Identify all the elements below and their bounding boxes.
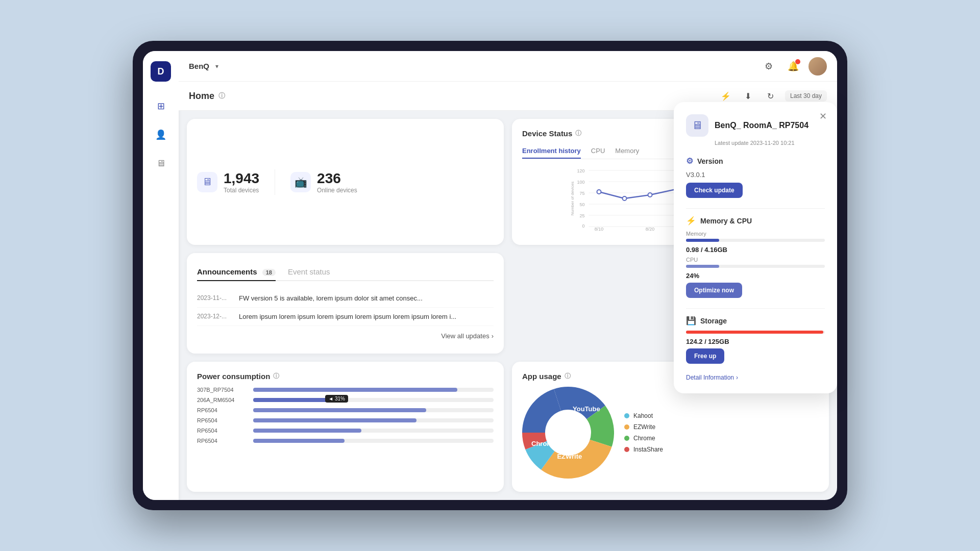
power-row-1: 307B_RP7504: [197, 387, 494, 393]
announcement-item-1: 2023-11-... FW version 5 is available, l…: [197, 289, 494, 308]
optimize-button[interactable]: Optimize now: [686, 283, 742, 298]
legend-dot-chrome: [624, 436, 629, 441]
legend-item-ezwrite: EZWrite: [624, 423, 663, 431]
chevron-right-icon: ›: [492, 332, 494, 340]
memory-value: 0.98 / 4.16GB: [686, 246, 825, 254]
power-info-icon: ⓘ: [273, 372, 279, 381]
power-pct-badge: ◄ 31%: [325, 395, 348, 403]
power-bar-fill-1: [253, 388, 457, 392]
topbar: BenQ ▾ ⚙ 🔔: [179, 51, 837, 82]
free-up-button[interactable]: Free up: [686, 348, 724, 364]
panel-close-button[interactable]: ✕: [817, 110, 829, 122]
divider-2: [686, 308, 825, 309]
power-row-5: RP6504: [197, 428, 494, 434]
sidebar-logo: D: [151, 61, 171, 82]
power-consumption-card: Power consumption ⓘ 307B_RP7504 206A_RM: [187, 362, 504, 492]
power-row-3: RP6504: [197, 407, 494, 413]
online-devices-stat: 📺 236 Online devices: [290, 170, 357, 194]
notifications-icon[interactable]: 🔔: [784, 57, 802, 76]
power-bar-fill-3: [253, 408, 426, 412]
version-icon: ⚙: [686, 156, 693, 166]
storage-section: 💾 Storage 124.2 / 125GB Free up: [686, 316, 825, 364]
storage-bar-bg: [686, 331, 825, 334]
announcement-item-2: 2023-12-... Lorem ipsum lorem ipsum lore…: [197, 308, 494, 326]
ann-date-2: 2023-12-...: [197, 313, 233, 320]
sidebar-item-devices[interactable]: 🖥: [152, 154, 170, 172]
svg-text:120: 120: [577, 168, 584, 173]
power-label-4: RP6504: [197, 417, 248, 423]
svg-text:25: 25: [579, 213, 584, 218]
sidebar: D ⊞ 👤 🖥: [143, 51, 179, 500]
total-devices-icon: 🖥: [197, 172, 217, 192]
pie-labels: Chrome YouTube EZWrite: [522, 387, 614, 479]
sidebar-item-users[interactable]: 👤: [152, 126, 170, 144]
online-devices-icon: 📺: [290, 172, 311, 192]
memory-cpu-title: ⚡ Memory & CPU: [686, 216, 825, 226]
stats-card: 🖥 1,943 Total devices 📺 236 Online d: [187, 119, 504, 245]
power-bar-bg-5: [253, 429, 494, 433]
pie-label-ezwrite: EZWrite: [557, 453, 582, 460]
announcements-badge: 18: [262, 269, 276, 276]
storage-bar-fill: [686, 331, 823, 334]
page-title: Home ⓘ: [189, 91, 225, 102]
memory-cpu-section: ⚡ Memory & CPU Memory 0.98 / 4.16GB CPU …: [686, 216, 825, 298]
svg-point-15: [648, 193, 652, 197]
stat-divider: [275, 169, 275, 195]
memory-label: Memory: [686, 231, 825, 237]
power-row-2: 206A_RM6504 ◄ 31%: [197, 397, 494, 403]
legend-item-instashare: InstaShare: [624, 446, 663, 453]
version-section-title: ⚙ Version: [686, 156, 825, 166]
panel-device-icon: 🖥: [686, 114, 708, 137]
tab-enrollment-history[interactable]: Enrollment history: [522, 144, 581, 159]
users-icon: 👤: [155, 129, 166, 140]
power-bar-fill-6: [253, 439, 345, 443]
memory-bar-fill: [686, 239, 719, 242]
view-all-updates[interactable]: View all updates ›: [197, 332, 494, 340]
power-bar-fill-5: [253, 429, 361, 433]
avatar[interactable]: [808, 57, 827, 76]
power-consumption-title: Power consumption ⓘ: [197, 372, 494, 381]
announcements-tabs: Announcements 18 Event status: [197, 263, 494, 281]
sidebar-item-dashboard[interactable]: ⊞: [152, 97, 170, 115]
check-update-button[interactable]: Check update: [686, 183, 743, 198]
pie-label-youtube: YouTube: [573, 405, 600, 413]
legend-item-kahoot: Kahoot: [624, 412, 663, 419]
panel-device-name: BenQ_ RoomA_ RP7504: [715, 121, 808, 130]
online-devices-label: Online devices: [317, 187, 357, 194]
date-range-badge: Last 30 day: [785, 90, 827, 102]
cpu-bar-fill: [686, 265, 719, 268]
version-value: V3.0.1: [686, 171, 825, 179]
power-bar-bg-3: [253, 408, 494, 412]
device-panel: ✕ 🖥 BenQ_ RoomA_ RP7504 Latest update 20…: [674, 102, 837, 393]
version-section: ⚙ Version V3.0.1 Check update: [686, 156, 825, 198]
total-devices-value: 1,943: [224, 170, 259, 187]
org-name: BenQ: [189, 62, 209, 70]
org-dropdown-icon[interactable]: ▾: [215, 63, 218, 70]
power-bar-bg-4: [253, 418, 494, 422]
tab-cpu[interactable]: CPU: [591, 144, 605, 159]
total-devices-stat: 🖥 1,943 Total devices: [197, 170, 259, 194]
chevron-right-icon: ›: [736, 374, 738, 381]
power-label-6: RP6504: [197, 438, 248, 444]
storage-icon: 💾: [686, 316, 696, 325]
page-info-icon: ⓘ: [218, 91, 225, 101]
legend-dot-ezwrite: [624, 424, 629, 430]
ann-text-2: Lorem ipsum lorem ipsum lorem ipsum lore…: [239, 313, 456, 320]
power-bar-bg-2: ◄ 31%: [253, 398, 494, 402]
power-row-6: RP6504: [197, 438, 494, 444]
settings-icon[interactable]: ⚙: [760, 57, 778, 76]
tab-announcements[interactable]: Announcements 18: [197, 263, 276, 281]
pie-chart: Chrome YouTube EZWrite: [522, 387, 614, 479]
app-usage-legend: Kahoot EZWrite Chrome: [624, 412, 663, 453]
divider-1: [686, 208, 825, 209]
power-bar-fill-2: ◄ 31%: [253, 398, 328, 402]
detail-information-link[interactable]: Detail Information ›: [686, 374, 825, 381]
tab-memory[interactable]: Memory: [615, 144, 639, 159]
tab-event-status[interactable]: Event status: [288, 263, 330, 281]
total-devices-label: Total devices: [224, 187, 259, 194]
announcements-card: Announcements 18 Event status 2023-11-..…: [187, 253, 504, 353]
power-bar-bg-1: [253, 388, 494, 392]
power-label-5: RP6504: [197, 428, 248, 434]
ann-text-1: FW version 5 is available, lorem ipsum d…: [239, 294, 423, 302]
svg-text:8/20: 8/20: [646, 227, 655, 232]
